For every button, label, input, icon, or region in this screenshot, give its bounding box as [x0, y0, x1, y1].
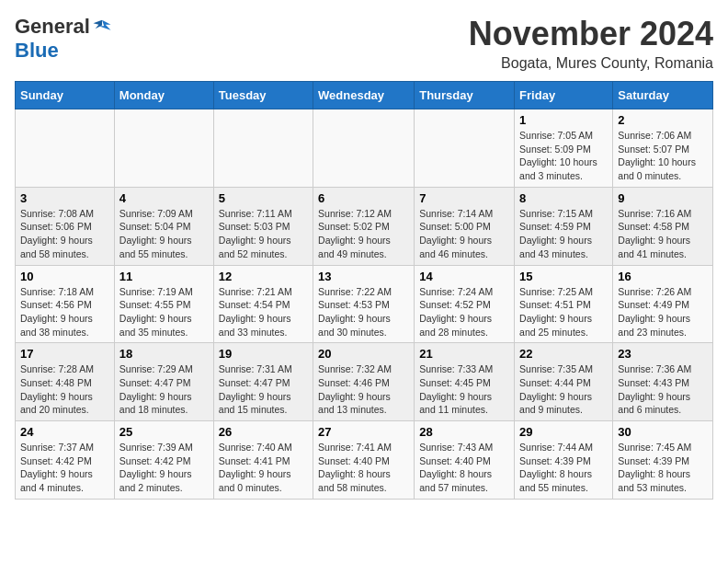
- day-number: 28: [419, 425, 509, 439]
- day-info: Sunrise: 7:14 AM Sunset: 5:00 PM Dayligh…: [419, 207, 509, 261]
- day-number: 16: [618, 270, 708, 283]
- day-info: Sunrise: 7:35 AM Sunset: 4:44 PM Dayligh…: [519, 362, 608, 417]
- day-info: Sunrise: 7:44 AM Sunset: 4:39 PM Dayligh…: [519, 441, 608, 495]
- day-info: Sunrise: 7:09 AM Sunset: 5:04 PM Dayligh…: [119, 207, 209, 261]
- day-cell: 30Sunrise: 7:45 AM Sunset: 4:39 PM Dayli…: [613, 421, 713, 500]
- day-info: Sunrise: 7:24 AM Sunset: 4:52 PM Dayligh…: [419, 285, 509, 339]
- day-info: Sunrise: 7:18 AM Sunset: 4:56 PM Dayligh…: [20, 285, 109, 339]
- day-cell: 15Sunrise: 7:25 AM Sunset: 4:51 PM Dayli…: [515, 265, 613, 343]
- day-number: 21: [419, 347, 509, 361]
- day-number: 30: [618, 425, 708, 439]
- svg-marker-1: [93, 20, 102, 29]
- day-number: 25: [119, 425, 209, 439]
- day-number: 18: [119, 347, 209, 361]
- header-thursday: Thursday: [415, 82, 515, 109]
- day-cell: 29Sunrise: 7:44 AM Sunset: 4:39 PM Dayli…: [515, 421, 613, 500]
- day-cell: 20Sunrise: 7:32 AM Sunset: 4:46 PM Dayli…: [313, 343, 415, 421]
- day-number: 7: [419, 191, 509, 205]
- header-wednesday: Wednesday: [313, 82, 415, 109]
- day-number: 20: [318, 347, 409, 361]
- day-cell: 7Sunrise: 7:14 AM Sunset: 5:00 PM Daylig…: [415, 187, 515, 265]
- day-cell: 1Sunrise: 7:05 AM Sunset: 5:09 PM Daylig…: [515, 109, 613, 188]
- day-info: Sunrise: 7:32 AM Sunset: 4:46 PM Dayligh…: [318, 362, 409, 417]
- header-sunday: Sunday: [16, 82, 115, 109]
- day-info: Sunrise: 7:16 AM Sunset: 4:58 PM Dayligh…: [618, 207, 708, 261]
- day-cell: 17Sunrise: 7:28 AM Sunset: 4:48 PM Dayli…: [16, 343, 115, 421]
- day-info: Sunrise: 7:31 AM Sunset: 4:47 PM Dayligh…: [219, 362, 308, 417]
- day-number: 5: [219, 191, 308, 205]
- day-number: 10: [20, 270, 109, 283]
- day-cell: 9Sunrise: 7:16 AM Sunset: 4:58 PM Daylig…: [613, 187, 713, 265]
- day-info: Sunrise: 7:05 AM Sunset: 5:09 PM Dayligh…: [519, 129, 608, 183]
- day-number: 17: [20, 347, 109, 361]
- week-row-5: 24Sunrise: 7:37 AM Sunset: 4:42 PM Dayli…: [16, 421, 713, 500]
- title-block: November 2024 Bogata, Mures County, Roma…: [469, 15, 713, 72]
- header-tuesday: Tuesday: [213, 82, 313, 109]
- day-cell: 13Sunrise: 7:22 AM Sunset: 4:53 PM Dayli…: [313, 265, 415, 343]
- day-cell: [16, 109, 115, 188]
- day-number: 19: [219, 347, 308, 361]
- week-row-4: 17Sunrise: 7:28 AM Sunset: 4:48 PM Dayli…: [16, 343, 713, 421]
- day-number: 11: [119, 270, 209, 283]
- day-cell: 2Sunrise: 7:06 AM Sunset: 5:07 PM Daylig…: [613, 109, 713, 188]
- day-info: Sunrise: 7:15 AM Sunset: 4:59 PM Dayligh…: [519, 207, 608, 261]
- day-cell: 18Sunrise: 7:29 AM Sunset: 4:47 PM Dayli…: [114, 343, 213, 421]
- day-cell: 26Sunrise: 7:40 AM Sunset: 4:41 PM Dayli…: [213, 421, 313, 500]
- day-number: 15: [519, 270, 608, 283]
- day-cell: [415, 109, 515, 188]
- day-info: Sunrise: 7:45 AM Sunset: 4:39 PM Dayligh…: [618, 441, 708, 495]
- day-cell: [313, 109, 415, 188]
- day-cell: 8Sunrise: 7:15 AM Sunset: 4:59 PM Daylig…: [515, 187, 613, 265]
- day-info: Sunrise: 7:08 AM Sunset: 5:06 PM Dayligh…: [20, 207, 109, 261]
- day-number: 23: [618, 347, 708, 361]
- calendar-body: 1Sunrise: 7:05 AM Sunset: 5:09 PM Daylig…: [16, 109, 713, 500]
- day-cell: 11Sunrise: 7:19 AM Sunset: 4:55 PM Dayli…: [114, 265, 213, 343]
- day-number: 9: [618, 191, 708, 205]
- header-saturday: Saturday: [613, 82, 713, 109]
- day-number: 29: [519, 425, 608, 439]
- day-info: Sunrise: 7:36 AM Sunset: 4:43 PM Dayligh…: [618, 362, 708, 417]
- day-info: Sunrise: 7:33 AM Sunset: 4:45 PM Dayligh…: [419, 362, 509, 417]
- day-info: Sunrise: 7:19 AM Sunset: 4:55 PM Dayligh…: [119, 285, 209, 339]
- day-number: 8: [519, 191, 608, 205]
- day-cell: 19Sunrise: 7:31 AM Sunset: 4:47 PM Dayli…: [213, 343, 313, 421]
- day-number: 1: [519, 113, 608, 127]
- week-row-2: 3Sunrise: 7:08 AM Sunset: 5:06 PM Daylig…: [16, 187, 713, 265]
- day-info: Sunrise: 7:39 AM Sunset: 4:42 PM Dayligh…: [119, 441, 209, 495]
- day-info: Sunrise: 7:29 AM Sunset: 4:47 PM Dayligh…: [119, 362, 209, 417]
- day-number: 12: [219, 270, 308, 283]
- day-number: 24: [20, 425, 109, 439]
- day-cell: 6Sunrise: 7:12 AM Sunset: 5:02 PM Daylig…: [313, 187, 415, 265]
- day-cell: 12Sunrise: 7:21 AM Sunset: 4:54 PM Dayli…: [213, 265, 313, 343]
- day-cell: 28Sunrise: 7:43 AM Sunset: 4:40 PM Dayli…: [415, 421, 515, 500]
- week-row-3: 10Sunrise: 7:18 AM Sunset: 4:56 PM Dayli…: [16, 265, 713, 343]
- day-number: 26: [219, 425, 308, 439]
- day-cell: [114, 109, 213, 188]
- day-info: Sunrise: 7:22 AM Sunset: 4:53 PM Dayligh…: [318, 285, 409, 339]
- day-cell: 14Sunrise: 7:24 AM Sunset: 4:52 PM Dayli…: [415, 265, 515, 343]
- month-title: November 2024: [469, 15, 713, 53]
- logo-general: General: [15, 15, 90, 39]
- day-cell: [213, 109, 313, 188]
- day-cell: 21Sunrise: 7:33 AM Sunset: 4:45 PM Dayli…: [415, 343, 515, 421]
- day-cell: 27Sunrise: 7:41 AM Sunset: 4:40 PM Dayli…: [313, 421, 415, 500]
- day-cell: 3Sunrise: 7:08 AM Sunset: 5:06 PM Daylig…: [16, 187, 115, 265]
- logo-bird-icon: [92, 17, 112, 37]
- calendar-table: Sunday Monday Tuesday Wednesday Thursday…: [15, 81, 713, 500]
- day-info: Sunrise: 7:21 AM Sunset: 4:54 PM Dayligh…: [219, 285, 308, 339]
- day-number: 14: [419, 270, 509, 283]
- day-number: 3: [20, 191, 109, 205]
- day-number: 13: [318, 270, 409, 283]
- day-info: Sunrise: 7:06 AM Sunset: 5:07 PM Dayligh…: [618, 129, 708, 183]
- logo-blue-text: Blue: [15, 39, 59, 63]
- day-info: Sunrise: 7:28 AM Sunset: 4:48 PM Dayligh…: [20, 362, 109, 417]
- day-cell: 25Sunrise: 7:39 AM Sunset: 4:42 PM Dayli…: [114, 421, 213, 500]
- day-cell: 10Sunrise: 7:18 AM Sunset: 4:56 PM Dayli…: [16, 265, 115, 343]
- day-cell: 4Sunrise: 7:09 AM Sunset: 5:04 PM Daylig…: [114, 187, 213, 265]
- day-number: 2: [618, 113, 708, 127]
- day-cell: 22Sunrise: 7:35 AM Sunset: 4:44 PM Dayli…: [515, 343, 613, 421]
- header-friday: Friday: [515, 82, 613, 109]
- day-cell: 5Sunrise: 7:11 AM Sunset: 5:03 PM Daylig…: [213, 187, 313, 265]
- location: Bogata, Mures County, Romania: [469, 55, 713, 72]
- day-number: 6: [318, 191, 409, 205]
